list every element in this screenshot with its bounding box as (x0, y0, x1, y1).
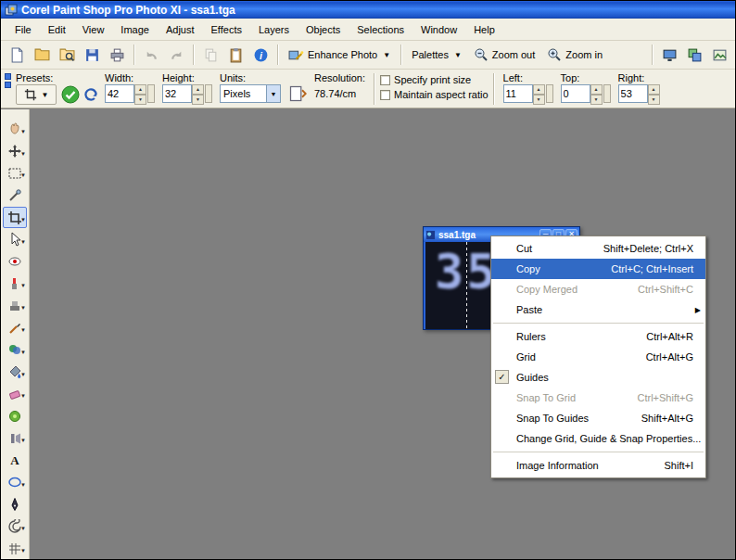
warp-brush-tool[interactable]: ▼ (3, 515, 27, 537)
selection-tool[interactable]: ▼ (3, 163, 27, 185)
preset-shape-tool[interactable]: ▼ (3, 472, 27, 493)
flyout-arrow-icon[interactable]: ▼ (20, 172, 26, 178)
mesh-warp-tool[interactable]: ▼ (3, 538, 27, 559)
image-window-icon (425, 230, 436, 240)
menu-view[interactable]: View (74, 20, 113, 39)
flyout-arrow-icon[interactable]: ▼ (20, 548, 26, 554)
toolbar-separator (652, 45, 653, 65)
specify-print-size-checkbox[interactable]: Specify print size (380, 74, 489, 85)
context-menu-item-cut[interactable]: Cut Shift+Delete; Ctrl+X (491, 238, 705, 259)
text-tool[interactable]: A (3, 450, 27, 471)
flyout-arrow-icon[interactable]: ▼ (20, 151, 26, 157)
rotate-button[interactable] (81, 84, 101, 105)
top-input[interactable] (561, 84, 590, 103)
right-spin-buttons[interactable]: ▲▼ (648, 84, 660, 103)
context-menu-item-guides[interactable]: ✓ Guides (491, 367, 705, 388)
menu-image[interactable]: Image (112, 20, 158, 39)
clone-brush-tool[interactable]: ▼ (3, 295, 27, 316)
context-menu-item-grid[interactable]: Grid Ctrl+Alt+G (491, 347, 705, 367)
palette-grip[interactable] (3, 71, 12, 105)
flyout-arrow-icon[interactable]: ▼ (20, 350, 26, 355)
width-slider-handle[interactable] (147, 84, 155, 103)
move-tool[interactable]: ▼ (3, 141, 27, 162)
menu-help[interactable]: Help (465, 20, 503, 39)
undo-button[interactable] (139, 44, 163, 67)
zoom-out-icon (474, 47, 489, 62)
maintain-aspect-ratio-checkbox[interactable]: Maintain aspect ratio (380, 89, 489, 100)
palettes-button[interactable]: Palettes ▼ (406, 46, 467, 63)
copy-button[interactable] (198, 44, 222, 67)
flyout-arrow-icon[interactable]: ▼ (20, 239, 26, 245)
menu-layers[interactable]: Layers (250, 20, 298, 39)
flood-fill-tool[interactable]: ▼ (3, 362, 27, 383)
context-menu-item-snap-to-grid[interactable]: Snap To Grid Ctrl+Shift+G (491, 388, 705, 408)
width-spin-buttons[interactable]: ▲▼ (134, 84, 146, 103)
art-media-tool[interactable]: ▼ (3, 427, 27, 449)
context-menu-item-paste[interactable]: Paste ▶ (491, 299, 705, 320)
top-spin-buttons[interactable]: ▲▼ (590, 84, 603, 103)
context-menu-item-rulers[interactable]: Rulers Ctrl+Alt+R (491, 326, 705, 347)
save-button[interactable] (80, 44, 104, 67)
pick-tool[interactable]: ▼ (3, 229, 27, 250)
height-spin-buttons[interactable]: ▲▼ (192, 84, 204, 103)
zoom-out-button[interactable]: Zoom out (468, 45, 540, 65)
flyout-arrow-icon[interactable]: ▼ (20, 217, 26, 223)
top-slider-handle[interactable] (603, 84, 611, 103)
redo-button[interactable] (164, 44, 188, 67)
left-input[interactable] (503, 84, 533, 103)
eraser-tool[interactable]: ▼ (3, 384, 27, 405)
organizer-button[interactable] (707, 44, 731, 67)
picture-tube-tool[interactable] (3, 405, 27, 426)
context-menu-item-copy-merged[interactable]: Copy Merged Ctrl+Shift+C (491, 279, 705, 299)
screen-button[interactable] (657, 44, 681, 67)
context-menu-item-image-information[interactable]: Image Information Shift+I (491, 455, 705, 476)
capture-button[interactable] (682, 44, 706, 67)
context-menu-item-snap-to-guides[interactable]: Snap To Guides Shift+Alt+G (491, 408, 705, 428)
dropper-tool[interactable] (3, 185, 27, 206)
toolbar-separator (193, 45, 194, 65)
height-input[interactable] (162, 84, 192, 103)
flyout-arrow-icon[interactable]: ▼ (20, 438, 26, 443)
context-menu-item-change-grid-guide-snap-properties[interactable]: Change Grid, Guide & Snap Properties... (491, 428, 705, 449)
print-button[interactable] (105, 44, 129, 67)
menu-window[interactable]: Window (412, 20, 465, 39)
paste-button[interactable] (223, 44, 247, 67)
flyout-arrow-icon[interactable]: ▼ (20, 129, 26, 134)
flyout-arrow-icon[interactable]: ▼ (20, 393, 26, 399)
units-dropdown[interactable]: Pixels ▼ (220, 84, 281, 103)
flyout-arrow-icon[interactable]: ▼ (20, 526, 26, 531)
color-changer-tool[interactable]: ▼ (3, 339, 27, 361)
flyout-arrow-icon[interactable]: ▼ (20, 327, 26, 333)
apply-button[interactable] (60, 84, 81, 105)
enhance-photo-button[interactable]: Enhance Photo ▼ (283, 45, 396, 65)
paint-brush-tool[interactable]: ▼ (3, 317, 27, 338)
presets-dropdown[interactable]: ▼ (16, 84, 57, 105)
height-slider-handle[interactable] (205, 84, 212, 103)
context-menu-item-copy[interactable]: Copy Ctrl+C; Ctrl+Insert (491, 259, 705, 279)
flyout-arrow-icon[interactable]: ▼ (20, 372, 26, 377)
open-button[interactable] (30, 44, 54, 67)
info-button[interactable]: i (248, 44, 273, 67)
red-eye-tool[interactable] (3, 251, 27, 273)
crop-tool[interactable]: ▼ (3, 207, 27, 228)
menu-effects[interactable]: Effects (203, 20, 250, 39)
width-input[interactable] (105, 84, 134, 103)
right-input[interactable] (618, 84, 648, 103)
browse-button[interactable] (55, 44, 79, 67)
new-document-button[interactable] (5, 44, 29, 67)
menu-selections[interactable]: Selections (349, 20, 412, 39)
menu-adjust[interactable]: Adjust (158, 20, 203, 39)
pan-tool[interactable]: ▼ (3, 119, 27, 140)
menu-objects[interactable]: Objects (298, 20, 349, 39)
flyout-arrow-icon[interactable]: ▼ (20, 482, 26, 488)
menu-edit[interactable]: Edit (40, 20, 74, 39)
zoom-in-button[interactable]: Zoom in (541, 45, 608, 65)
menu-file[interactable]: File (6, 20, 40, 39)
left-slider-handle[interactable] (546, 84, 553, 103)
makeover-tool[interactable]: ▼ (3, 274, 27, 295)
flyout-arrow-icon[interactable]: ▼ (20, 305, 26, 311)
pen-tool[interactable] (3, 494, 27, 515)
flyout-arrow-icon[interactable]: ▼ (20, 283, 26, 288)
title-bar[interactable]: Corel Paint Shop Pro Photo XI - ssa1.tga (1, 1, 735, 19)
left-spin-buttons[interactable]: ▲▼ (533, 84, 545, 103)
